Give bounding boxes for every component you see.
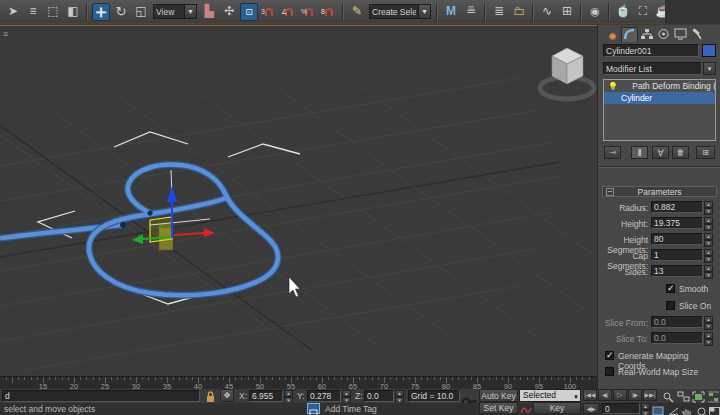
lightbulb-icon[interactable]: 💡 — [608, 82, 618, 91]
maxscript-mini-listener[interactable]: d — [2, 390, 200, 402]
object-color-swatch[interactable] — [702, 44, 716, 57]
align-icon[interactable]: ≞ — [462, 3, 480, 21]
y-coordinate-spinner[interactable]: ▲▼ — [342, 390, 351, 402]
add-time-tag[interactable]: Add Time Tag — [325, 404, 377, 414]
percent-snap-icon[interactable]: % — [300, 3, 318, 21]
play-button[interactable]: ▷ — [613, 389, 627, 401]
slice-on-checkbox[interactable] — [666, 301, 675, 310]
sides-field[interactable] — [651, 265, 703, 277]
reference-coordinate-value[interactable] — [154, 5, 184, 18]
render-setup-icon[interactable]: 🍵 — [614, 3, 632, 21]
use-pivot-point-center-icon[interactable]: ▙ — [200, 3, 218, 21]
next-frame-button[interactable]: |▶ — [628, 389, 642, 401]
field-of-view-icon[interactable] — [667, 403, 680, 415]
y-coordinate-field[interactable] — [307, 390, 341, 402]
select-by-name-icon[interactable]: ≡ — [24, 3, 42, 21]
zoom-extents-all-icon[interactable] — [707, 389, 720, 401]
chevron-down-icon[interactable]: ▼ — [418, 5, 430, 18]
track-bar-timeline[interactable]: 1520253035404550556065707580859095100 — [0, 376, 597, 389]
collapse-icon[interactable]: − — [606, 188, 614, 196]
pan-hand-icon[interactable] — [681, 403, 694, 415]
scene-explorer-icon[interactable]: 🗀 — [510, 3, 528, 21]
zoom-extents-icon[interactable] — [692, 389, 705, 401]
real-world-map-size-checkbox[interactable] — [605, 367, 614, 376]
tab-motion[interactable] — [655, 28, 672, 43]
pin-stack-button[interactable]: ⊸ — [604, 146, 621, 159]
material-editor-icon[interactable]: ◉ — [586, 3, 604, 21]
tab-display[interactable] — [672, 28, 689, 43]
key-mode-toggle[interactable]: ◀▶ — [583, 403, 599, 414]
absolute-offset-mode-icon[interactable]: ✥ — [220, 389, 234, 402]
cap-segments-field[interactable] — [651, 249, 703, 261]
snap-3d-icon[interactable]: 3 — [260, 3, 278, 21]
current-frame-field[interactable] — [602, 403, 640, 414]
go-to-end-button[interactable]: ▶▶| — [643, 389, 657, 401]
curve-editor-icon[interactable]: ∿ — [538, 3, 556, 21]
slice-from-spinner[interactable]: ▲▼ — [704, 316, 713, 328]
key-filters-button[interactable]: Key Filters... — [533, 402, 581, 414]
radius-field[interactable] — [651, 201, 703, 213]
radius-spinner[interactable]: ▲▼ — [704, 201, 713, 213]
show-end-result-button[interactable]: ‖ — [631, 146, 648, 159]
generate-mapping-coords-checkbox[interactable] — [605, 351, 614, 360]
previous-frame-button[interactable]: ◀| — [598, 389, 612, 401]
modifier-list-arrow-button[interactable]: ▼ — [703, 62, 716, 75]
cap-segments-spinner[interactable]: ▲▼ — [704, 249, 713, 261]
maximize-viewport-toggle-icon[interactable] — [708, 403, 720, 415]
perspective-viewport[interactable]: ≡ — [0, 25, 597, 376]
selection-set-key-dropdown[interactable]: Selected ▼ — [519, 389, 581, 402]
height-segments-spinner[interactable]: ▲▼ — [704, 233, 713, 245]
zoom-all-icon[interactable] — [677, 389, 690, 401]
angle-snap-icon[interactable]: ∠ — [280, 3, 298, 21]
select-and-manipulate-icon[interactable]: ✣ — [220, 3, 238, 21]
modifier-stack-row-wsm[interactable]: 💡 Path Deform Binding (WS — [604, 80, 715, 92]
snaps-toggle-icon[interactable]: ⊡ — [240, 3, 258, 21]
tab-utilities[interactable] — [689, 28, 706, 43]
layer-manager-icon[interactable]: ≣ — [490, 3, 508, 21]
select-and-move-icon[interactable]: ✛ — [92, 3, 110, 21]
go-to-start-button[interactable]: |◀◀ — [583, 389, 597, 401]
schematic-view-icon[interactable]: ⊞ — [558, 3, 576, 21]
named-selection-set-dropdown[interactable]: ▼ — [369, 4, 431, 19]
mini-viewport-icon[interactable] — [652, 403, 665, 415]
rendered-frame-window-icon[interactable]: ⛶ — [634, 3, 652, 21]
z-coordinate-spinner[interactable]: ▲▼ — [395, 390, 404, 402]
rectangular-selection-region-icon[interactable]: ⬚ — [44, 3, 62, 21]
height-segments-field[interactable] — [651, 233, 703, 245]
reference-coordinate-dropdown[interactable]: ▼ — [153, 4, 197, 19]
time-tag-icon[interactable] — [307, 403, 320, 414]
make-unique-button[interactable]: ∀ — [652, 146, 669, 159]
select-and-scale-icon[interactable]: ◱ — [132, 3, 150, 21]
select-object-icon[interactable]: ➤ — [4, 3, 22, 21]
orbit-icon[interactable] — [695, 403, 708, 415]
object-name-field[interactable] — [603, 44, 699, 57]
sides-spinner[interactable]: ▲▼ — [704, 265, 713, 277]
auto-key-button[interactable]: Auto Key — [479, 389, 518, 402]
modifier-list-dropdown[interactable] — [603, 62, 702, 75]
zoom-icon[interactable] — [662, 389, 675, 401]
tab-hierarchy[interactable] — [638, 28, 655, 43]
mirror-icon[interactable]: M — [442, 3, 460, 21]
height-spinner[interactable]: ▲▼ — [704, 217, 713, 229]
selection-lock-icon[interactable] — [204, 389, 217, 402]
remove-modifier-button[interactable]: 🗑 — [672, 146, 689, 159]
named-selection-set-input[interactable] — [370, 5, 418, 18]
window-crossing-icon[interactable]: ◧ — [64, 3, 82, 21]
frame-spinner[interactable]: ▲▼ — [641, 403, 650, 414]
x-coordinate-spinner[interactable]: ▲▼ — [284, 390, 293, 402]
parameters-rollout-header[interactable]: − Parameters — [602, 186, 717, 197]
edit-named-selection-sets-icon[interactable]: ✎ — [348, 3, 366, 21]
key-curve-icon[interactable] — [520, 402, 532, 414]
select-and-rotate-icon[interactable]: ↻ — [112, 3, 130, 21]
chevron-down-icon[interactable]: ▼ — [184, 5, 196, 18]
modifier-stack-row-cylinder[interactable]: Cylinder — [604, 92, 715, 104]
set-key-button[interactable]: Set Key — [479, 402, 518, 414]
tab-modify[interactable] — [621, 27, 638, 42]
slice-from-field[interactable] — [651, 316, 703, 328]
configure-modifier-sets-button[interactable]: ⊞ — [696, 146, 715, 159]
slice-to-spinner[interactable]: ▲▼ — [704, 332, 713, 344]
z-coordinate-field[interactable] — [364, 390, 394, 402]
x-coordinate-field[interactable] — [249, 390, 283, 402]
smooth-checkbox[interactable] — [666, 284, 675, 293]
height-field[interactable] — [651, 217, 703, 229]
